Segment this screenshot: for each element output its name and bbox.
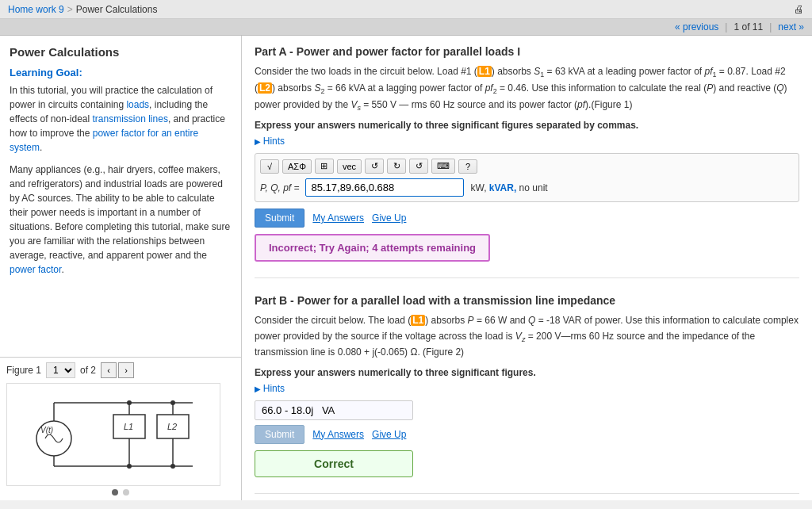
- breadcrumb-sep: >: [67, 4, 73, 15]
- figure-next-btn[interactable]: ›: [118, 362, 134, 378]
- breadcrumb: Home work 9 > Power Calculations: [8, 4, 157, 15]
- part-a-eq-editor: √ ΑΣΦ ⊞ vec ↺ ↻ ↺ ⌨ ? P, Q, pf = kW, kVA…: [255, 153, 799, 202]
- part-b-title-rest: - Power for a parallel load with a trans…: [287, 294, 615, 307]
- part-a-letter: Part A: [255, 45, 286, 58]
- circuit-svg: V(t) L1 L2: [10, 387, 216, 482]
- part-a-feedback: Incorrect; Try Again; 4 attempts remaini…: [255, 234, 490, 262]
- eq-input-row-a: P, Q, pf = kW, kVAR, no unit: [260, 178, 794, 197]
- svg-point-15: [170, 400, 175, 405]
- part-b-section: Part B - Power for a parallel load with …: [255, 294, 799, 493]
- learning-goal-label: Learning Goal:: [10, 67, 232, 78]
- figure-dot-1: [112, 489, 118, 496]
- svg-text:L1: L1: [124, 422, 133, 431]
- part-b-eq-input[interactable]: [255, 400, 413, 420]
- svg-text:L2: L2: [167, 422, 177, 431]
- nav-separator: |: [725, 21, 727, 33]
- eq-label-a: P, Q, pf =: [260, 182, 299, 193]
- figure-2-link[interactable]: Figure 2: [426, 346, 461, 358]
- eq-units-a: kW, kVAR, no unit: [470, 182, 547, 193]
- sidebar-title: Power Calculations: [10, 45, 232, 59]
- part-a-my-answers-btn[interactable]: My Answers: [312, 212, 364, 224]
- figure-area: Figure 1 1 2 of 2 ‹ › V(t): [0, 357, 241, 500]
- part-b-instruction: Express your answers numerically to thre…: [255, 367, 799, 378]
- nav-separator2: |: [769, 21, 772, 33]
- main-layout: Power Calculations Learning Goal: In thi…: [0, 36, 812, 500]
- breadcrumb-homework[interactable]: Home work 9: [8, 4, 64, 15]
- part-a-give-up-btn[interactable]: Give Up: [372, 212, 406, 224]
- nav-bar: « previous | 1 of 11 | next »: [0, 19, 812, 36]
- sidebar-content: Power Calculations Learning Goal: In thi…: [0, 36, 241, 357]
- part-a-section: Part A - Power and power factor for para…: [255, 45, 799, 278]
- part-b-my-answers-btn[interactable]: My Answers: [312, 429, 364, 440]
- circuit-diagram: V(t) L1 L2: [6, 383, 220, 486]
- eq-greek-btn[interactable]: ΑΣΦ: [282, 159, 312, 174]
- figure-prev-btn[interactable]: ‹: [101, 362, 117, 378]
- svg-point-16: [127, 464, 132, 469]
- part-b-letter: Part B: [255, 294, 287, 307]
- eq-sqrt-btn[interactable]: √: [260, 159, 279, 174]
- figure-dots: [6, 489, 235, 496]
- figure-1-link-a[interactable]: Figure 1: [594, 99, 629, 110]
- eq-matrix-btn[interactable]: ⊞: [315, 159, 334, 174]
- top-bar: Home work 9 > Power Calculations 🖨: [0, 0, 812, 19]
- next-link[interactable]: next »: [778, 21, 804, 33]
- main-content: Part A - Power and power factor for para…: [242, 36, 812, 500]
- previous-link[interactable]: « previous: [675, 21, 718, 33]
- part-b-btn-row: Submit My Answers Give Up: [255, 425, 799, 444]
- print-icon[interactable]: 🖨: [794, 3, 804, 15]
- part-b-give-up-btn[interactable]: Give Up: [372, 429, 406, 440]
- figure-of: of 2: [80, 365, 96, 376]
- figure-dot-2: [123, 489, 129, 496]
- part-b-submit-btn[interactable]: Submit: [255, 425, 304, 444]
- eq-redo-btn[interactable]: ↻: [387, 159, 406, 174]
- svg-point-17: [170, 464, 175, 469]
- breadcrumb-current: Power Calculations: [76, 4, 158, 15]
- part-b-title: Part B - Power for a parallel load with …: [255, 294, 799, 307]
- figure-label: Figure 1: [6, 365, 41, 376]
- part-b-feedback: Correct: [255, 450, 413, 477]
- sidebar: Power Calculations Learning Goal: In thi…: [0, 36, 242, 500]
- part-b-hints-link[interactable]: Hints: [255, 383, 799, 394]
- eq-help-btn[interactable]: ?: [458, 159, 477, 174]
- learning-goal-text: In this tutorial, you will practice the …: [10, 83, 232, 155]
- part-a-instruction: Express your answers numerically to thre…: [255, 120, 799, 131]
- eq-toolbar-a: √ ΑΣΦ ⊞ vec ↺ ↻ ↺ ⌨ ?: [260, 159, 794, 174]
- kvar-label: kVAR,: [489, 182, 516, 193]
- svg-point-14: [127, 400, 132, 405]
- eq-keyboard-btn[interactable]: ⌨: [431, 159, 455, 174]
- sidebar-additional-text: Many appliances (e.g., hair dryers, coff…: [10, 163, 232, 277]
- part-a-btn-row: Submit My Answers Give Up: [255, 209, 799, 228]
- part-a-title-rest: - Power and power factor for parallel lo…: [286, 45, 520, 58]
- figure-selector: Figure 1 1 2 of 2 ‹ ›: [6, 362, 235, 378]
- part-a-title: Part A - Power and power factor for para…: [255, 45, 799, 58]
- part-a-description: Consider the two loads in the circuit be…: [255, 64, 799, 113]
- part-a-submit-btn[interactable]: Submit: [255, 209, 304, 228]
- eq-input-a[interactable]: [305, 178, 464, 197]
- part-a-hints-link[interactable]: Hints: [255, 136, 799, 147]
- page-info: 1 of 11: [733, 21, 763, 33]
- figure-nav: ‹ ›: [101, 362, 134, 378]
- svg-text:V(t): V(t): [40, 426, 53, 434]
- eq-undo-btn[interactable]: ↺: [365, 159, 384, 174]
- part-b-description: Consider the circuit below. The load (L1…: [255, 313, 799, 360]
- eq-refresh-btn[interactable]: ↺: [409, 159, 428, 174]
- eq-vec-btn[interactable]: vec: [337, 159, 362, 174]
- figure-select[interactable]: 1 2: [46, 362, 75, 378]
